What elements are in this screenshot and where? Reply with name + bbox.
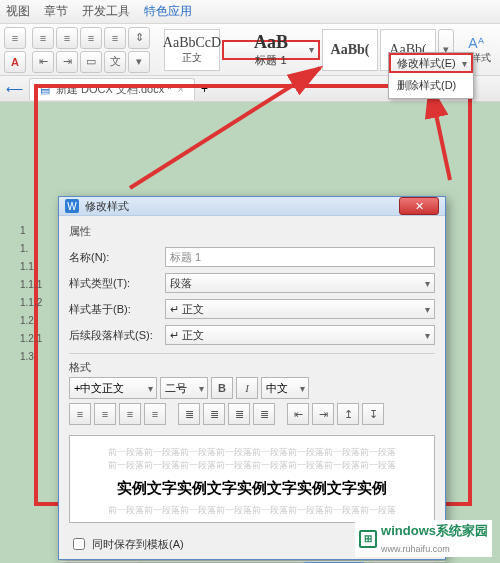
new-style-icon: Aᴬ	[468, 35, 483, 51]
lang-select[interactable]: 中文	[261, 377, 309, 399]
based-label: 样式基于(B):	[69, 302, 159, 317]
border-icon[interactable]: ▭	[80, 51, 102, 73]
indent-right-icon[interactable]: ⇥	[56, 51, 78, 73]
name-field[interactable]	[165, 247, 435, 267]
ctx-modify-style[interactable]: 修改样式(E)	[389, 53, 473, 73]
save-template-label: 同时保存到模板(A)	[92, 537, 184, 552]
outline-list: 1 1. 1.1 1.1.1 1.1.2 1.2 1.2.1 1.3	[20, 122, 42, 366]
type-label: 样式类型(T):	[69, 276, 159, 291]
svg-line-1	[430, 86, 450, 180]
tab-special[interactable]: 特色应用	[144, 3, 192, 20]
close-icon[interactable]: ✕	[399, 197, 439, 215]
align-center-icon[interactable]: ≡	[56, 27, 78, 49]
modify-style-dialog: W 修改样式 ✕ 属性 名称(N): 样式类型(T): 段落 样式基于(B): …	[58, 196, 446, 560]
align-justify-button[interactable]: ≡	[144, 403, 166, 425]
spacing-2-button[interactable]: ≣	[203, 403, 225, 425]
tab-view[interactable]: 视图	[6, 3, 30, 20]
bold-button[interactable]: B	[211, 377, 233, 399]
preview-sample: 实例文字实例文字实例文字实例文字实例	[84, 477, 420, 498]
spacing-4-button[interactable]: ≣	[253, 403, 275, 425]
arrow-1	[120, 58, 340, 198]
style-context-menu: 修改样式(E) 删除样式(D)	[388, 52, 474, 99]
tab-chapter[interactable]: 章节	[44, 3, 68, 20]
size-select[interactable]: 二号	[160, 377, 208, 399]
indent-inc-button[interactable]: ⇥	[312, 403, 334, 425]
based-select[interactable]: ↵ 正文	[165, 299, 435, 319]
next-select[interactable]: ↵ 正文	[165, 325, 435, 345]
dialog-icon: W	[65, 199, 79, 213]
ribbon-btn-a2[interactable]: A	[4, 51, 26, 73]
menu-tabs: 视图 章节 开发工具 特色应用	[0, 0, 500, 24]
watermark: ⊞ windows系统家园 www.ruhaifu.com	[355, 520, 492, 557]
font-select[interactable]: +中文正文	[69, 377, 157, 399]
align-left-icon[interactable]: ≡	[32, 27, 54, 49]
spacing-3-button[interactable]: ≣	[228, 403, 250, 425]
group-properties: 属性	[69, 224, 435, 239]
home-icon[interactable]: ⟵	[6, 82, 23, 96]
para-before-button[interactable]: ↥	[337, 403, 359, 425]
name-label: 名称(N):	[69, 250, 159, 265]
svg-line-0	[130, 68, 320, 188]
align-center-button[interactable]: ≡	[94, 403, 116, 425]
ribbon-btn-a1[interactable]: ≡	[4, 27, 26, 49]
indent-left-icon[interactable]: ⇤	[32, 51, 54, 73]
align-right-button[interactable]: ≡	[119, 403, 141, 425]
watermark-icon: ⊞	[359, 530, 377, 548]
style-heading-1[interactable]: AaB 标题 1	[222, 40, 320, 60]
group-format: 格式	[69, 360, 435, 375]
dialog-title: 修改样式	[85, 199, 129, 214]
preview-box: 前一段落前一段落前一段落前一段落前一段落前一段落前一段落前一段落 前一段落前一段…	[69, 435, 435, 523]
linespacing-icon[interactable]: ⇕	[128, 27, 150, 49]
align-justify-icon[interactable]: ≡	[104, 27, 126, 49]
dialog-titlebar[interactable]: W 修改样式 ✕	[59, 197, 445, 216]
next-label: 后续段落样式(S):	[69, 328, 159, 343]
align-right-icon[interactable]: ≡	[80, 27, 102, 49]
indent-dec-button[interactable]: ⇤	[287, 403, 309, 425]
para-after-button[interactable]: ↧	[362, 403, 384, 425]
ctx-delete-style[interactable]: 删除样式(D)	[389, 73, 473, 98]
spacing-1-button[interactable]: ≣	[178, 403, 200, 425]
type-select[interactable]: 段落	[165, 273, 435, 293]
italic-button[interactable]: I	[236, 377, 258, 399]
tab-dev[interactable]: 开发工具	[82, 3, 130, 20]
align-left-button[interactable]: ≡	[69, 403, 91, 425]
save-template-checkbox[interactable]	[73, 538, 85, 550]
